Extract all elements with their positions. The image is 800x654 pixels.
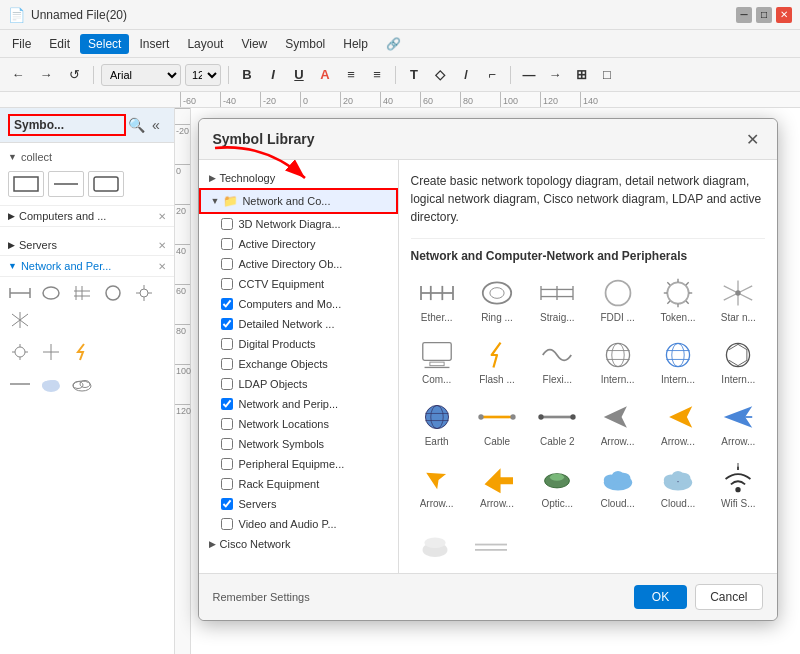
icon-straight[interactable]: Straig... xyxy=(531,273,583,327)
tree-item-ldap[interactable]: LDAP Objects xyxy=(199,374,398,394)
3d-checkbox[interactable] xyxy=(221,218,233,230)
menu-edit[interactable]: Edit xyxy=(41,34,78,54)
icon-token[interactable]: Token... xyxy=(652,273,704,327)
icon-arrow2[interactable]: Arrow... xyxy=(652,397,704,451)
rack-checkbox[interactable] xyxy=(221,478,233,490)
sidebar-hash-icon[interactable] xyxy=(68,281,96,305)
sidebar-lightning-icon[interactable] xyxy=(68,340,96,364)
redo-button[interactable]: → xyxy=(34,63,58,87)
shape-rect2[interactable] xyxy=(88,171,124,197)
sidebar-star-icon[interactable] xyxy=(6,308,34,332)
sidebar-item-network[interactable]: ▼ Network and Per... ✕ xyxy=(0,256,174,277)
close-window-button[interactable]: ✕ xyxy=(776,7,792,23)
menu-symbol[interactable]: Symbol xyxy=(277,34,333,54)
maximize-button[interactable]: □ xyxy=(756,7,772,23)
text-button[interactable]: T xyxy=(403,64,425,86)
sidebar-ring-icon[interactable] xyxy=(37,281,65,305)
font-color-button[interactable]: A xyxy=(314,64,336,86)
menu-view[interactable]: View xyxy=(233,34,275,54)
digital-checkbox[interactable] xyxy=(221,338,233,350)
minimize-button[interactable]: ─ xyxy=(736,7,752,23)
undo-button[interactable]: ← xyxy=(6,63,30,87)
tree-item-network-loc[interactable]: Network Locations xyxy=(199,414,398,434)
bold-button[interactable]: B xyxy=(236,64,258,86)
icon-internet2[interactable]: Intern... xyxy=(652,335,704,389)
network-close-icon[interactable]: ✕ xyxy=(158,261,166,272)
icon-cloud2[interactable]: " Cloud... xyxy=(652,459,704,513)
icon-flexi[interactable]: Flexi... xyxy=(531,335,583,389)
shape-line[interactable] xyxy=(48,171,84,197)
line-button[interactable]: / xyxy=(455,64,477,86)
tree-item-rack[interactable]: Rack Equipment xyxy=(199,474,398,494)
icon-fddi[interactable]: FDDI ... xyxy=(591,273,643,327)
icon-cloud1[interactable]: Cloud... xyxy=(591,459,643,513)
shape-rect[interactable] xyxy=(8,171,44,197)
sidebar-collapse-button[interactable]: « xyxy=(146,115,166,135)
icon-computer[interactable]: Com... xyxy=(411,335,463,389)
cancel-button[interactable]: Cancel xyxy=(695,584,762,610)
font-size-selector[interactable]: 12 xyxy=(185,64,221,86)
dash-button[interactable]: — xyxy=(518,64,540,86)
exchange-checkbox[interactable] xyxy=(221,358,233,370)
icon-optic[interactable]: Optic... xyxy=(531,459,583,513)
peripheral-checkbox[interactable] xyxy=(221,458,233,470)
tree-item-digital[interactable]: Digital Products xyxy=(199,334,398,354)
sidebar-cloud2-icon[interactable] xyxy=(68,372,96,396)
tree-item-video[interactable]: Video and Audio P... xyxy=(199,514,398,534)
sidebar-sun-icon[interactable] xyxy=(130,281,158,305)
sidebar-item-computers[interactable]: ▶ Computers and ... ✕ xyxy=(0,206,174,227)
shape-button[interactable]: ◇ xyxy=(429,64,451,86)
network-loc-checkbox[interactable] xyxy=(221,418,233,430)
servers-tree-checkbox[interactable] xyxy=(221,498,233,510)
menu-insert[interactable]: Insert xyxy=(131,34,177,54)
dialog-close-button[interactable]: ✕ xyxy=(743,129,763,149)
align-button[interactable]: ≡ xyxy=(366,64,388,86)
icon-arrow5[interactable]: Arrow... xyxy=(471,459,523,513)
icon-cable2[interactable]: Cable 2 xyxy=(531,397,583,451)
tree-item-cisco[interactable]: ▶ Cisco Network xyxy=(199,534,398,554)
computers-checkbox[interactable] xyxy=(221,298,233,310)
sidebar-item-servers[interactable]: ▶ Servers ✕ xyxy=(0,235,174,256)
icon-cable[interactable]: Cable xyxy=(471,397,523,451)
menu-layout[interactable]: Layout xyxy=(179,34,231,54)
tree-item-active-dir-ob[interactable]: Active Directory Ob... xyxy=(199,254,398,274)
icon-earth[interactable]: Earth xyxy=(411,397,463,451)
tree-item-technology[interactable]: ▶ Technology xyxy=(199,168,398,188)
tree-item-peripheral[interactable]: Peripheral Equipme... xyxy=(199,454,398,474)
menu-file[interactable]: File xyxy=(4,34,39,54)
computers-close-icon[interactable]: ✕ xyxy=(158,211,166,222)
icon-arrow1[interactable]: Arrow... xyxy=(591,397,643,451)
grid-button[interactable]: ⊞ xyxy=(570,64,592,86)
menu-select[interactable]: Select xyxy=(80,34,129,54)
sidebar-cross-icon[interactable] xyxy=(37,340,65,364)
sidebar-ethernet-icon[interactable] xyxy=(6,281,34,305)
cctv-checkbox[interactable] xyxy=(221,278,233,290)
font-selector[interactable]: Arial xyxy=(101,64,181,86)
icon-flash[interactable]: Flash ... xyxy=(471,335,523,389)
tree-item-computers[interactable]: Computers and Mo... xyxy=(199,294,398,314)
icon-internet1[interactable]: Intern... xyxy=(591,335,643,389)
tree-item-network[interactable]: ▼ 📁 Network and Co... xyxy=(199,188,398,214)
icon-partial2[interactable] xyxy=(467,521,515,561)
tree-item-servers[interactable]: Servers xyxy=(199,494,398,514)
icon-internet3[interactable]: Intern... xyxy=(712,335,764,389)
icon-ethernet[interactable]: Ether... xyxy=(411,273,463,327)
sidebar-line-icon[interactable] xyxy=(6,372,34,396)
tree-item-network-perip[interactable]: Network and Perip... xyxy=(199,394,398,414)
sidebar-circle-icon[interactable] xyxy=(99,281,127,305)
menu-help[interactable]: Help xyxy=(335,34,376,54)
ok-button[interactable]: OK xyxy=(634,585,687,609)
network-perip-checkbox[interactable] xyxy=(221,398,233,410)
icon-arrow4[interactable]: Arrow... xyxy=(411,459,463,513)
detailed-checkbox[interactable] xyxy=(221,318,233,330)
network-sym-checkbox[interactable] xyxy=(221,438,233,450)
tree-item-detailed[interactable]: Detailed Network ... xyxy=(199,314,398,334)
tree-item-exchange[interactable]: Exchange Objects xyxy=(199,354,398,374)
servers-close-icon[interactable]: ✕ xyxy=(158,240,166,251)
icon-partial1[interactable] xyxy=(411,521,459,561)
menu-extra[interactable]: 🔗 xyxy=(378,34,409,54)
sidebar-sun2-icon[interactable] xyxy=(6,340,34,364)
icon-star[interactable]: Star n... xyxy=(712,273,764,327)
sidebar-collect-header[interactable]: ▼ collect xyxy=(8,147,166,167)
icon-ring[interactable]: Ring ... xyxy=(471,273,523,327)
